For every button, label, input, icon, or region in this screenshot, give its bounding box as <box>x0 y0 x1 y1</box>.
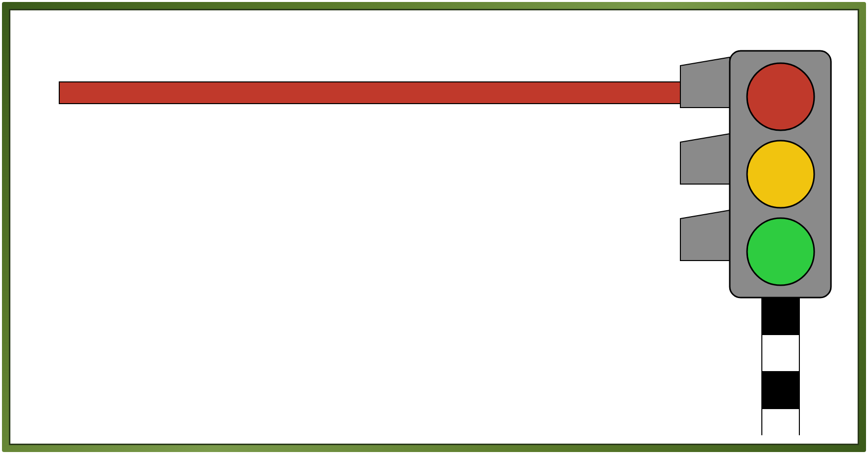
traffic-light-visor-bottom <box>680 210 730 261</box>
barrier-arm <box>59 82 715 104</box>
traffic-light-pole <box>762 298 799 435</box>
traffic-light-visor-middle <box>680 134 730 184</box>
red-light-icon <box>747 63 814 130</box>
illustration-canvas <box>19 19 849 435</box>
traffic-light-illustration <box>19 19 849 435</box>
traffic-light-visor-top <box>680 57 730 108</box>
green-light-icon <box>747 218 814 285</box>
svg-rect-3 <box>762 409 799 435</box>
svg-rect-0 <box>762 298 799 335</box>
yellow-light-icon <box>747 141 814 208</box>
svg-rect-2 <box>762 372 799 409</box>
svg-rect-1 <box>762 335 799 372</box>
